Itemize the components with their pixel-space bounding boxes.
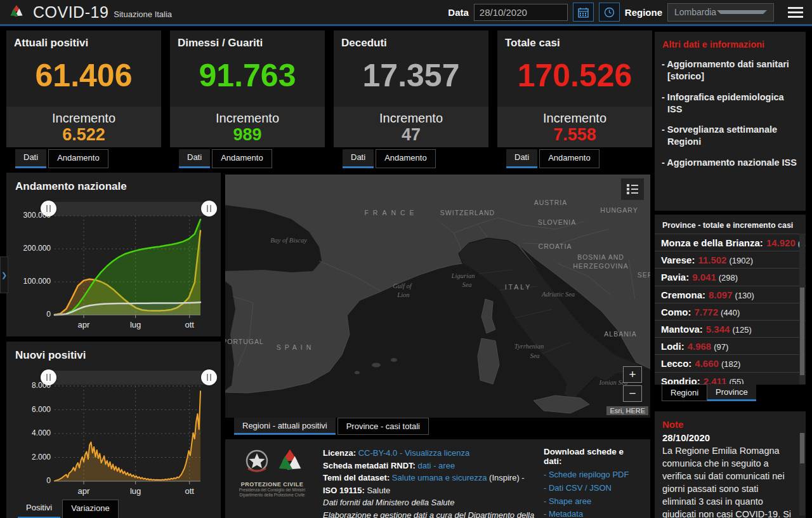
calendar-button[interactable] xyxy=(573,3,594,22)
map-sea-label: Bay of Biscay xyxy=(270,237,307,244)
footer-logo-sub2: Dipartimento della Protezione Civile xyxy=(232,493,313,498)
calendar-icon xyxy=(578,7,589,18)
province-row[interactable]: Mantova:5.344(125) xyxy=(655,320,806,337)
hamburger-menu-icon[interactable] xyxy=(788,4,803,20)
elaborazione-line: Elaborazione e gestione dati a cura del … xyxy=(323,509,540,518)
time-range-slider[interactable] xyxy=(48,371,209,385)
map-attribution[interactable]: Esri, HERE xyxy=(606,406,648,415)
x-axis-tick-label: lug xyxy=(130,486,141,496)
info-link[interactable]: - Aggiornamento dati sanitari [storico] xyxy=(655,58,806,83)
x-axis-tick-label: ott xyxy=(185,320,194,329)
province-row[interactable]: Pavia:9.041(298) xyxy=(655,268,806,285)
map-country-label: CROATIA xyxy=(539,242,572,250)
map-country-label: PORTUGAL xyxy=(225,338,264,345)
sidebar-expand-handle[interactable]: ❯ xyxy=(0,256,8,293)
province-row[interactable]: Como:7.772(440) xyxy=(655,303,806,320)
province-scrollbar[interactable] xyxy=(799,234,805,384)
note-panel: Note 28/10/2020 La Regione Emilia Romagn… xyxy=(655,411,806,518)
download-link[interactable]: - Shape aree xyxy=(544,495,644,508)
view-license-link[interactable]: Visualizza licenza xyxy=(405,448,469,458)
info-link[interactable]: - Aggiornamento nazionale ISS xyxy=(655,157,806,169)
date-input[interactable] xyxy=(474,4,568,21)
province-row[interactable]: Sondrio:2.411(55) xyxy=(655,372,806,385)
zoom-in-button[interactable]: + xyxy=(623,366,642,383)
tab-andamento[interactable]: Andamento xyxy=(212,149,272,168)
footer-logo-sub1: Presidenza del Consiglio dei Ministri xyxy=(232,488,313,493)
increment-label: Incremento xyxy=(497,111,652,126)
map-country-label: AUSTRIA xyxy=(534,199,568,206)
x-axis-tick-label: apr xyxy=(78,486,90,496)
tab-dati[interactable]: Dati xyxy=(179,149,210,168)
province-list: Monza e della Brianza:14.920(822)Varese:… xyxy=(655,234,806,385)
range-slider-right-handle[interactable] xyxy=(201,369,217,385)
tab-andamento[interactable]: Andamento xyxy=(376,149,436,168)
date-label: Data xyxy=(448,7,469,18)
temi-link[interactable]: Salute umana e sicurezza xyxy=(392,473,487,482)
map-sea-label: Ligurian xyxy=(452,272,475,279)
legend-button[interactable] xyxy=(621,178,644,200)
note-title: Note xyxy=(655,411,806,430)
download-link[interactable]: - Schede riepilogo PDF xyxy=(544,468,644,482)
province-row[interactable]: Lecco:4.660(182) xyxy=(655,354,806,371)
download-link[interactable]: - Dati CSV / JSON xyxy=(544,482,644,495)
province-total: 8.097 xyxy=(709,289,733,300)
province-row[interactable]: Varese:11.502(1902) xyxy=(655,251,806,268)
tab-andamento[interactable]: Andamento xyxy=(48,149,108,168)
province-name: Lecco: xyxy=(661,358,691,369)
tab-andamento[interactable]: Andamento xyxy=(539,149,599,168)
province-name: Cremona: xyxy=(661,289,705,300)
note-text: La Regione Emilia Romagna comunica che i… xyxy=(655,443,806,518)
info-link[interactable]: - Infografica epidemiologica ISS xyxy=(655,91,806,116)
range-slider-right-handle[interactable] xyxy=(201,201,217,216)
europe-map[interactable]: FRANCESWITZERLANDAUSTRIAHUNGARYSLOVENIAC… xyxy=(225,175,650,418)
province-increment: (130) xyxy=(735,291,754,300)
license-link[interactable]: CC-BY-4.0 xyxy=(358,448,398,458)
time-button[interactable] xyxy=(599,3,620,22)
increment-value: 6.522 xyxy=(6,126,161,145)
region-label: Regione xyxy=(625,7,662,18)
tab-positivi[interactable]: Positivi xyxy=(18,500,60,518)
province-total: 7.772 xyxy=(695,307,719,317)
chart-canvas xyxy=(55,216,200,319)
tab-dati[interactable]: Dati xyxy=(343,149,374,168)
clock-icon xyxy=(604,7,615,18)
card-title: Deceduti xyxy=(334,30,488,50)
map-sea-label: Sea xyxy=(462,281,471,288)
map-sea-label: Tyrrhenian xyxy=(514,343,544,350)
province-row[interactable]: Lodi:4.968(97) xyxy=(655,337,806,354)
chart-title: Andamento nazionale xyxy=(6,173,221,193)
rndt-dati-link[interactable]: dati xyxy=(418,461,431,470)
note-date: 28/10/2020 xyxy=(655,430,806,443)
national-trend-panel: Andamento nazionale 300.000200.000100.00… xyxy=(6,173,221,336)
map-country-label: HUNGARY xyxy=(600,206,638,214)
tab-province-casi-totali[interactable]: Province - casi totali xyxy=(337,418,429,435)
download-link[interactable]: - Metadata xyxy=(544,508,644,518)
province-row[interactable]: Cremona:8.097(130) xyxy=(655,286,806,303)
tab-province[interactable]: Province xyxy=(707,384,756,401)
increment-label: Incremento xyxy=(6,111,161,126)
province-row[interactable]: Monza e della Brianza:14.920(822) xyxy=(655,234,806,251)
tab-variazione[interactable]: Variazione xyxy=(62,500,118,518)
tab-dati[interactable]: Dati xyxy=(506,149,537,168)
time-range-slider[interactable] xyxy=(48,202,209,216)
map-country-label: BOSNIA AND xyxy=(577,253,624,261)
tab-regioni[interactable]: Regioni xyxy=(662,384,707,401)
download-title: Download schede e dati: xyxy=(544,447,644,466)
rndt-dash: - xyxy=(433,461,436,470)
note-scrollbar[interactable] xyxy=(799,433,805,515)
tab-regioni-attuali-positivi[interactable]: Regioni - attuali positivi xyxy=(234,418,336,435)
card-title: Dimessi / Guariti xyxy=(170,30,325,50)
map-country-label: ALBANIA xyxy=(604,330,636,338)
iso-value: Salute xyxy=(367,486,390,495)
info-link[interactable]: - Sorveglianza settimanale Regioni xyxy=(655,124,806,148)
province-name: Pavia: xyxy=(661,272,689,282)
zoom-out-button[interactable]: − xyxy=(623,385,642,402)
province-total: 2.411 xyxy=(704,376,727,385)
province-increment: (182) xyxy=(721,359,740,369)
chevron-right-icon: ❯ xyxy=(1,271,7,279)
x-axis-tick-label: apr xyxy=(78,320,90,329)
stat-cards: Attuali positivi 61.406 Incremento 6.522… xyxy=(6,30,652,168)
rndt-aree-link[interactable]: aree xyxy=(438,461,455,470)
tab-dati[interactable]: Dati xyxy=(15,149,46,168)
region-select[interactable]: Lombardia xyxy=(667,3,774,22)
